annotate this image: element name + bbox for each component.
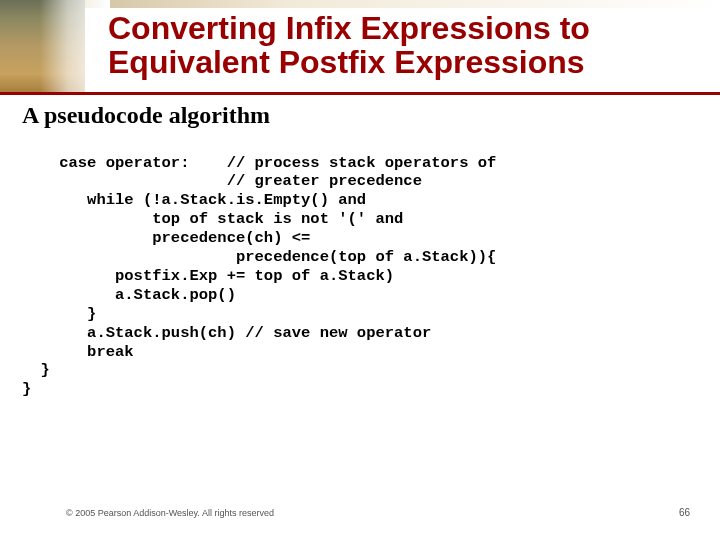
title-line-1: Converting Infix Expressions to [108,12,698,46]
slide-title: Converting Infix Expressions to Equivale… [108,12,698,79]
title-underline [0,92,720,95]
corner-photo-fade [40,0,110,92]
title-line-2: Equivalent Postfix Expressions [108,46,698,80]
sub-heading: A pseudocode algorithm [22,102,270,129]
page-number: 66 [679,507,690,518]
copyright-text: © 2005 Pearson Addison-Wesley. All right… [66,508,274,518]
pseudocode-block: case operator: // process stack operator… [22,154,496,400]
